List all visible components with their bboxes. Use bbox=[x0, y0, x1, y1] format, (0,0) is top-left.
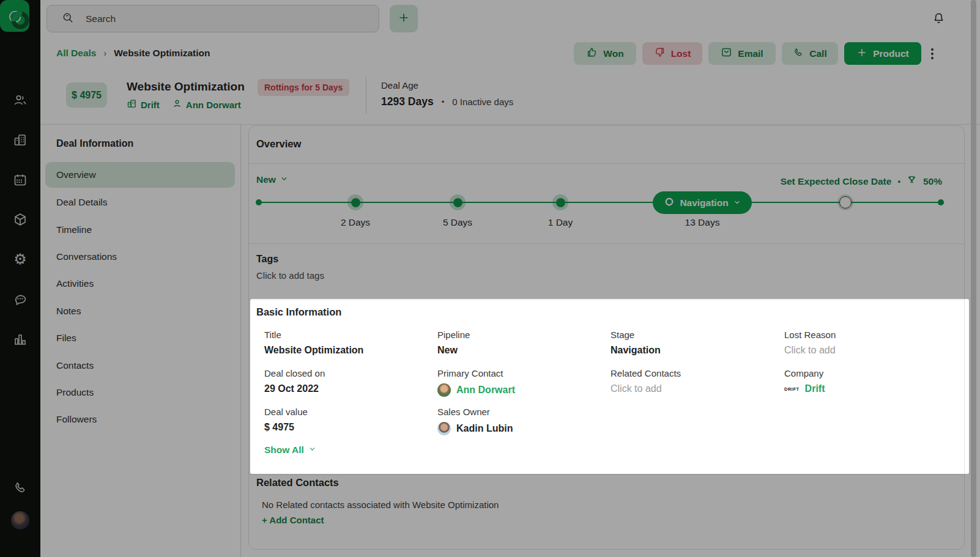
header-divider bbox=[366, 77, 366, 114]
company-link[interactable]: Drift bbox=[805, 383, 825, 394]
quick-add-button[interactable] bbox=[390, 5, 418, 32]
stage-duration: 2 Days bbox=[331, 217, 380, 228]
nav-item-contacts[interactable]: Contacts bbox=[45, 352, 235, 378]
app-rail: $ bbox=[0, 0, 40, 557]
nav-item-timeline[interactable]: Timeline bbox=[45, 216, 235, 243]
search-placeholder: Search bbox=[86, 13, 116, 24]
inactive-days: 0 Inactive days bbox=[452, 97, 513, 107]
field-title: Title Website Optimization bbox=[264, 330, 429, 356]
dot-separator: • bbox=[442, 97, 445, 106]
field-lost-reason: Lost Reason Click to add bbox=[784, 330, 949, 356]
primary-contact-link[interactable]: Ann Dorwart bbox=[172, 98, 241, 111]
current-stage-duration: 13 Days bbox=[678, 217, 727, 228]
nav-item-followers[interactable]: Followers bbox=[45, 406, 235, 433]
chevron-down-icon bbox=[733, 197, 741, 208]
deal-age-label: Deal Age bbox=[381, 80, 418, 90]
stage-duration: 1 Day bbox=[536, 217, 585, 228]
overview-title: Overview bbox=[256, 138, 301, 150]
show-all-button[interactable]: Show All bbox=[264, 444, 316, 456]
nav-item-activities[interactable]: Activities bbox=[45, 270, 235, 297]
related-contacts-empty: No Related contacts associated with Webs… bbox=[262, 500, 499, 510]
nav-item-notes[interactable]: Notes bbox=[45, 298, 235, 325]
deal-actions: Won Lost Email Call bbox=[574, 42, 937, 65]
plus-icon bbox=[398, 12, 410, 26]
pipeline-end-dot bbox=[938, 199, 944, 205]
bell-icon bbox=[932, 17, 945, 27]
overview-card: Overview New 2 Days 5 Days 1 Day Navigat… bbox=[248, 125, 965, 550]
sidebar-item-phone[interactable] bbox=[0, 481, 40, 495]
set-close-date-link[interactable]: Set Expected Close Date bbox=[781, 176, 892, 187]
nav-item-files[interactable]: Files bbox=[45, 325, 235, 352]
vertical-scrollbar[interactable] bbox=[971, 0, 976, 557]
add-contact-button[interactable]: + Add Contact bbox=[262, 515, 324, 525]
sidebar-item-products[interactable] bbox=[0, 212, 40, 227]
add-product-button[interactable]: Product bbox=[844, 42, 921, 65]
notifications-button[interactable] bbox=[932, 12, 945, 28]
deal-nav: Overview Deal Details Timeline Conversat… bbox=[45, 162, 235, 433]
deal-age-value: 1293 Days bbox=[381, 95, 434, 108]
company-link[interactable]: Drift bbox=[127, 98, 160, 111]
related-contacts-title: Related Contacts bbox=[256, 477, 339, 489]
basic-info-title: Basic Information bbox=[256, 306, 341, 318]
app-logo-icon[interactable] bbox=[0, 7, 40, 33]
contacts-icon bbox=[13, 93, 28, 108]
field-deal-closed-on: Deal closed on 29 Oct 2022 bbox=[264, 368, 429, 394]
nav-item-conversations[interactable]: Conversations bbox=[45, 243, 235, 270]
building-icon bbox=[127, 98, 137, 111]
close-date-row: Set Expected Close Date • 50% bbox=[781, 175, 942, 188]
sidebar-item-settings[interactable]: ⚙ bbox=[0, 252, 40, 267]
pipeline-stage-dot[interactable] bbox=[552, 194, 568, 210]
sidebar-item-companies[interactable] bbox=[0, 133, 40, 147]
search-input[interactable]: Search bbox=[46, 5, 379, 32]
deal-header-links: Drift Ann Dorwart bbox=[127, 98, 241, 111]
ring-icon bbox=[664, 196, 675, 210]
more-options-button[interactable] bbox=[927, 46, 937, 62]
add-tags-field[interactable]: Click to add tags bbox=[256, 270, 324, 281]
chevron-down-icon bbox=[308, 444, 316, 456]
pipeline-stage-dot[interactable] bbox=[450, 194, 466, 210]
sidebar-item-chat[interactable] bbox=[0, 292, 40, 306]
breadcrumb-all-deals[interactable]: All Deals bbox=[56, 48, 96, 59]
app-root: $ bbox=[0, 0, 980, 557]
deal-value-badge: $ 4975 bbox=[66, 83, 107, 108]
field-pipeline: Pipeline New bbox=[437, 330, 603, 356]
chat-icon bbox=[13, 292, 28, 306]
pipeline-future-stage-dot[interactable] bbox=[837, 194, 853, 210]
plus-icon bbox=[856, 47, 867, 61]
product-label: Product bbox=[873, 48, 909, 59]
lost-reason-add-field[interactable]: Click to add bbox=[784, 345, 949, 356]
current-stage-dropdown[interactable]: Navigation bbox=[653, 191, 752, 214]
nav-item-overview[interactable]: Overview bbox=[45, 162, 235, 188]
field-deal-value: Deal value $ 4975 bbox=[264, 407, 429, 433]
sidebar-item-calendar[interactable] bbox=[0, 172, 40, 187]
profile-avatar[interactable] bbox=[0, 511, 40, 529]
email-button[interactable]: Email bbox=[708, 42, 776, 65]
current-stage-label: Navigation bbox=[680, 197, 728, 208]
rotting-badge: Rottings for 5 Days bbox=[258, 79, 349, 96]
company-logo: DRIFT bbox=[784, 386, 800, 392]
tags-title: Tags bbox=[256, 254, 278, 265]
field-stage: Stage Navigation bbox=[611, 330, 776, 356]
pipeline-dropdown[interactable]: New bbox=[256, 174, 288, 185]
contact-avatar bbox=[437, 383, 451, 397]
email-icon bbox=[721, 46, 732, 61]
related-contacts-add-field[interactable]: Click to add bbox=[611, 383, 776, 394]
owner-avatar bbox=[437, 422, 451, 435]
breadcrumb: All Deals › Website Optimization bbox=[56, 48, 210, 59]
nav-item-deal-details[interactable]: Deal Details bbox=[45, 189, 235, 216]
lost-button[interactable]: Lost bbox=[642, 42, 702, 65]
phone-icon bbox=[13, 481, 28, 495]
sidebar-item-contacts[interactable] bbox=[0, 93, 40, 108]
company-name: Drift bbox=[141, 100, 160, 110]
won-button[interactable]: Won bbox=[574, 42, 636, 65]
lost-label: Lost bbox=[671, 48, 691, 59]
primary-contact-link[interactable]: Ann Dorwart bbox=[456, 385, 515, 396]
pipeline-stage-dot[interactable] bbox=[347, 194, 363, 210]
field-company: Company DRIFT Drift bbox=[784, 368, 949, 394]
stage-duration: 5 Days bbox=[433, 217, 482, 228]
nav-item-products[interactable]: Products bbox=[45, 379, 235, 406]
bar-chart-icon bbox=[13, 332, 28, 347]
kebab-icon bbox=[931, 48, 934, 51]
call-button[interactable]: Call bbox=[782, 42, 838, 65]
sidebar-item-reports[interactable] bbox=[0, 332, 40, 347]
